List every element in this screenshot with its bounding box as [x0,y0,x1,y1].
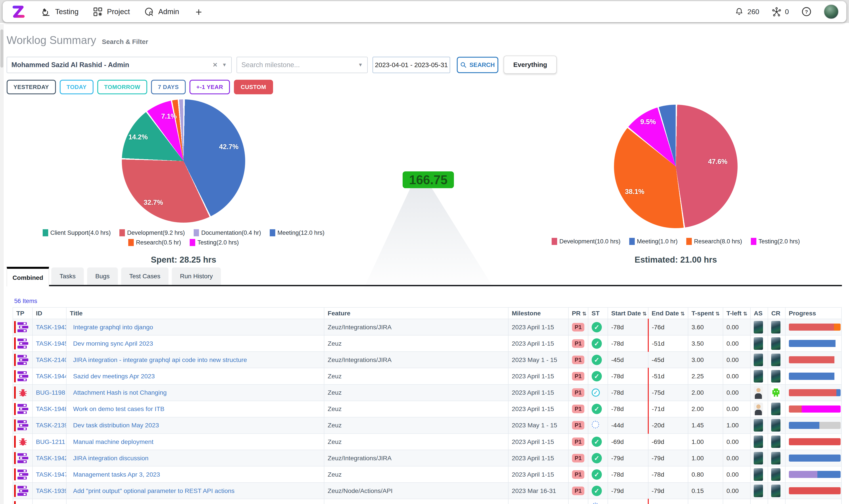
assignee-avatar[interactable] [754,485,763,497]
creator-avatar[interactable] [771,403,780,415]
table-row[interactable]: BUG-1198Attachment Hash is not ChangingZ… [13,384,842,401]
search-button[interactable]: SEARCH [457,57,498,73]
column-header-ed[interactable]: End Date⇅ [648,307,688,319]
table-row[interactable]: TASK-2140JIRA integration - integrate gr… [13,352,842,368]
item-title-link[interactable]: Dev task distribution May 2023 [73,421,159,429]
item-id-link[interactable]: TASK-1945 [36,340,66,347]
assignee-avatar[interactable] [754,354,763,366]
range-yesterday-button[interactable]: YESTERDAY [7,80,56,94]
creator-avatar[interactable] [771,419,780,432]
item-id-link[interactable]: TASK-1947 [36,471,66,478]
creator-avatar[interactable] [771,468,780,481]
chevron-down-icon[interactable]: ▼ [358,62,363,68]
range-today-button[interactable]: TODAY [60,80,93,94]
legend-item[interactable]: Research(8.0 hrs) [686,238,742,245]
item-id-link[interactable]: TASK-1942 [36,454,66,462]
item-id-link[interactable]: TASK-1944 [36,373,66,380]
legend-item[interactable]: Development(9.2 hrs) [119,229,185,236]
date-range-input[interactable]: 2023-04-01 - 2023-05-31 [372,57,450,73]
item-title-link[interactable]: Dev morning sync April 2023 [73,340,153,347]
creator-avatar[interactable] [771,485,780,497]
table-row[interactable]: TASK-1944Sazid dev meetings Apr 2023Zeuz… [13,368,842,384]
legend-item[interactable]: Testing(2.0 hrs) [190,239,239,246]
sort-icon[interactable]: ⇅ [743,311,747,317]
help-icon[interactable]: ? [801,6,812,17]
table-row[interactable]: TASK-2139Dev task distribution May 2023Z… [13,417,842,434]
assignee-avatar[interactable] [754,435,763,448]
assignee-avatar[interactable] [754,419,763,432]
zeuz-logo[interactable] [11,3,27,20]
creator-avatar[interactable] [771,435,780,448]
nav-add-button[interactable]: + [193,5,204,18]
legend-item[interactable]: Testing(2.0 hrs) [751,238,800,245]
tab-test-cases[interactable]: Test Cases [121,268,169,285]
clear-user-icon[interactable]: ✕ [208,61,222,69]
assignee-avatar[interactable] [754,468,763,481]
spent-pie-chart[interactable]: 42.7% 32.7% 14.2% 7.1% [122,100,245,223]
assignee-avatar[interactable] [754,452,763,465]
tab-run-history[interactable]: Run History [172,268,221,285]
legend-item[interactable]: Research(0.5 hr) [128,239,181,246]
item-title-link[interactable]: Sazid dev meetings Apr 2023 [73,373,155,380]
item-title-link[interactable]: Manual machine deployment [73,438,153,445]
tab-combined[interactable]: Combined [7,267,49,286]
item-title-link[interactable]: JIRA integration - integrate graphql api… [73,356,247,363]
creator-avatar[interactable] [771,337,780,350]
range-custom-button[interactable]: CUSTOM [234,80,273,94]
item-id-link[interactable]: TASK-1943 [36,324,66,331]
item-id-link[interactable]: TASK-1948 [36,405,66,412]
item-id-link[interactable]: BUG-1211 [36,438,65,445]
range-7days-button[interactable]: 7 DAYS [151,80,186,94]
creator-avatar[interactable] [771,354,780,366]
item-title-link[interactable]: Management tasks Apr 3, 2023 [73,471,160,478]
item-title-link[interactable]: Add "print output" optional parameter to… [73,487,235,494]
legend-item[interactable]: Meeting(1.0 hr) [629,238,678,245]
item-id-link[interactable]: TASK-2139 [36,421,66,429]
range-tomorrow-button[interactable]: TOMORROW [97,80,147,94]
items-count-link[interactable]: 56 Items [14,298,37,305]
user-avatar[interactable] [824,4,838,19]
column-header-ts[interactable]: T-spent⇅ [688,307,723,319]
sort-icon[interactable]: ⇅ [642,311,647,317]
table-row[interactable]: TASK-1947Management tasks Apr 3, 2023Zeu… [13,466,842,483]
table-row[interactable]: TASK-1942JIRA integration discussionZeuz… [13,450,842,466]
legend-item[interactable]: Documentation(0.4 hr) [194,229,261,236]
range-year-button[interactable]: +-1 YEAR [189,80,230,94]
column-header-tl[interactable]: T-left⇅ [723,307,750,319]
assignee-avatar[interactable] [754,337,763,350]
table-row[interactable]: TASK-1948Work on demo test cases for ITB… [13,401,842,417]
legend-item[interactable]: Meeting(12.0 hrs) [270,229,325,236]
assignee-avatar[interactable] [754,403,763,415]
creator-avatar[interactable] [771,370,780,382]
notifications-button[interactable]: 260 [734,7,759,17]
item-title-link[interactable]: Integrate graphql into django [73,324,153,331]
left-scrollbar[interactable] [0,24,4,504]
assignee-avatar[interactable] [754,370,763,382]
nav-item-project[interactable]: Project [93,7,130,17]
sort-icon[interactable]: ⇅ [680,311,685,317]
legend-item[interactable]: Development(10.0 hrs) [552,238,620,245]
table-row[interactable]: TASK-1939Add "print output" optional par… [13,483,842,499]
item-id-link[interactable]: TASK-2140 [36,356,66,363]
assignee-avatar[interactable] [754,321,763,334]
chevron-down-icon[interactable]: ▼ [222,62,227,68]
nav-item-testing[interactable]: Testing [41,7,79,17]
item-id-link[interactable]: TASK-1939 [36,487,66,494]
sort-icon[interactable]: ⇅ [715,311,720,317]
legend-item[interactable]: Client Support(4.0 hrs) [43,229,111,236]
creator-avatar[interactable] [771,452,780,465]
user-select[interactable]: Mohammed Sazid Al Rashid - Admin ✕ ▼ [7,57,232,73]
item-title-link[interactable]: JIRA integration discussion [73,454,149,462]
table-row[interactable]: BUG-1211Manual machine deploymentZeuz202… [13,434,842,450]
tab-bugs[interactable]: Bugs [87,268,118,285]
table-row[interactable] [13,499,842,504]
creator-avatar[interactable] [771,321,780,334]
sort-icon[interactable]: ⇅ [582,311,586,317]
everything-button[interactable]: Everything [504,56,557,74]
milestone-select[interactable]: Search milestone... ▼ [237,57,368,73]
nav-item-admin[interactable]: Admin [144,7,179,17]
scrollbar-thumb[interactable] [0,29,3,68]
table-row[interactable]: TASK-1943Integrate graphql into djangoZe… [13,319,842,335]
table-row[interactable]: TASK-1945Dev morning sync April 2023Zeuz… [13,335,842,352]
item-title-link[interactable]: Work on demo test cases for ITB [73,405,164,412]
